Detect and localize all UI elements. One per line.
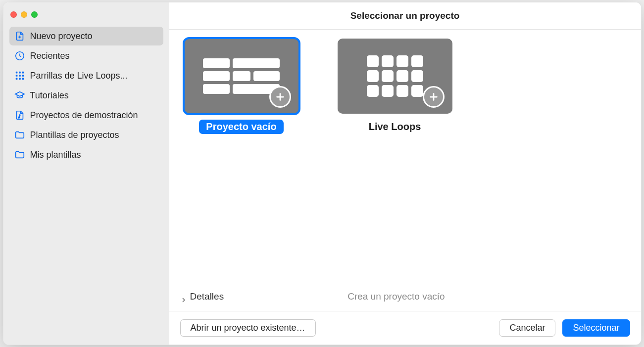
sidebar-item-label: Plantillas de proyectos	[30, 130, 119, 140]
svg-rect-1	[15, 72, 17, 74]
open-existing-button[interactable]: Abrir un proyecto existente…	[180, 319, 316, 337]
sidebar-list: Nuevo proyecto Recientes	[3, 27, 169, 164]
document-new-icon	[14, 31, 25, 42]
details-bar: Detalles Crea un proyecto vacío	[169, 282, 641, 311]
template-thumbnail	[338, 39, 452, 114]
folder-icon	[14, 149, 25, 160]
template-grid: Proyecto vacío Live Loops	[169, 30, 641, 282]
chevron-right-icon	[181, 294, 186, 299]
minimize-window-button[interactable]	[21, 11, 27, 18]
plus-icon	[423, 86, 445, 108]
svg-rect-8	[19, 78, 21, 80]
close-window-button[interactable]	[10, 11, 17, 18]
maximize-window-button[interactable]	[31, 11, 38, 18]
clock-icon	[14, 50, 25, 61]
sidebar-item-label: Parrillas de Live Loops...	[30, 71, 128, 81]
sidebar-item-project-templates[interactable]: Plantillas de proyectos	[9, 126, 163, 144]
project-chooser-window: Nuevo proyecto Recientes	[3, 2, 642, 345]
sidebar-item-new-project[interactable]: Nuevo proyecto	[9, 27, 163, 45]
svg-rect-7	[15, 78, 17, 80]
main-panel: Seleccionar un proyecto Proyecto vacío	[169, 2, 641, 345]
sidebar-item-label: Nuevo proyecto	[30, 31, 93, 42]
sidebar-item-my-templates[interactable]: Mis plantillas	[9, 145, 163, 164]
plus-icon	[269, 86, 291, 108]
sidebar-item-recents[interactable]: Recientes	[9, 46, 163, 65]
sidebar-item-label: Proyectos de demostración	[30, 110, 138, 121]
sidebar-item-tutorials[interactable]: Tutoriales	[9, 86, 163, 105]
svg-rect-9	[22, 78, 24, 80]
template-card-live-loops[interactable]: Live Loops	[338, 39, 452, 134]
footer: Abrir un proyecto existente… Cancelar Se…	[169, 311, 641, 345]
sidebar-item-live-loops-grids[interactable]: Parrillas de Live Loops...	[9, 66, 163, 85]
template-label: Proyecto vacío	[199, 120, 283, 134]
page-title-text: Seleccionar un proyecto	[350, 10, 460, 21]
sidebar-item-label: Mis plantillas	[30, 150, 81, 160]
svg-rect-5	[19, 75, 21, 77]
template-label: Live Loops	[362, 120, 428, 134]
details-toggle[interactable]: Detalles	[181, 291, 224, 302]
sidebar-item-label: Tutoriales	[30, 90, 69, 101]
empty-project-icon	[203, 58, 280, 94]
details-description: Crea un proyecto vacío	[347, 291, 445, 302]
template-card-empty-project[interactable]: Proyecto vacío	[184, 39, 299, 134]
select-button[interactable]: Seleccionar	[562, 319, 630, 337]
svg-rect-6	[22, 75, 24, 77]
svg-rect-4	[15, 75, 17, 77]
cancel-button[interactable]: Cancelar	[499, 319, 555, 337]
sidebar: Nuevo proyecto Recientes	[3, 2, 169, 345]
document-music-icon	[14, 110, 25, 121]
sidebar-item-label: Recientes	[30, 51, 70, 61]
live-loops-icon	[367, 55, 423, 97]
details-toggle-label: Detalles	[190, 291, 224, 302]
template-thumbnail	[184, 39, 299, 114]
svg-rect-2	[19, 72, 21, 74]
grid-icon	[14, 70, 25, 81]
folder-icon	[14, 130, 25, 140]
svg-rect-3	[22, 72, 24, 74]
sidebar-item-demo-projects[interactable]: Proyectos de demostración	[9, 106, 163, 125]
page-title: Seleccionar un proyecto	[169, 2, 641, 30]
graduation-cap-icon	[14, 90, 25, 101]
window-controls	[3, 6, 169, 27]
